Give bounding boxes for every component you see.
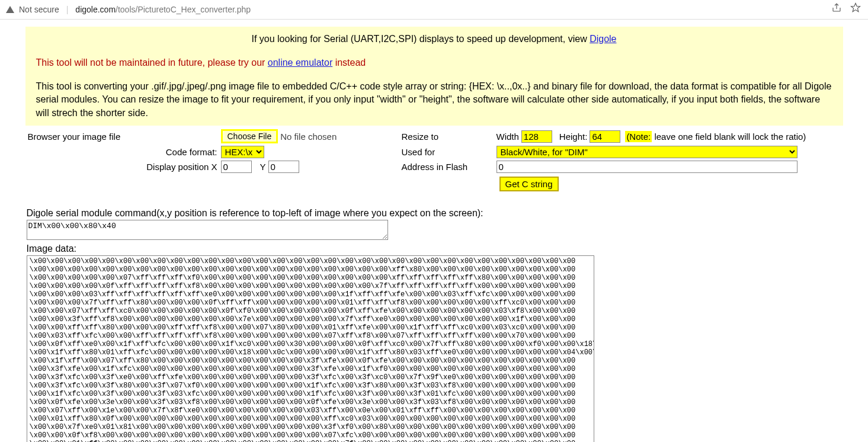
url-host: digole.com [75,5,116,14]
pos-x-input[interactable] [221,161,252,173]
cmd-label: Digole serial module command(x,y positio… [27,208,842,219]
note-rest: leave one field blank will lock the rati… [652,132,806,142]
pos-y-input[interactable] [268,161,299,173]
code-format-label: Code format: [28,147,221,157]
share-icon[interactable] [831,2,842,16]
digole-link[interactable]: Digole [590,34,616,44]
hex-wrap: G [27,255,594,442]
not-secure-label: Not secure [19,5,59,14]
tool-description: This tool is converting your .gif/.jpg/.… [36,80,832,120]
output-area: Digole serial module command(x,y positio… [25,208,843,442]
bookmark-star-icon[interactable] [850,2,861,16]
get-c-string-button[interactable]: Get C string [499,177,559,191]
note: (Note: leave one field blank will lock t… [625,132,806,142]
code-format-select[interactable]: HEX:\x [221,146,264,158]
deprecation-suffix: instead [332,57,366,68]
height-input[interactable] [590,130,620,143]
used-for-label: Used for [402,147,497,157]
url-path: /tools/PicturetoC_Hex_converter.php [116,5,251,14]
not-secure-icon [6,6,14,13]
banner-intro: If you looking for Serial (UART,I2C,SPI)… [36,34,832,44]
height-label: Height: [559,132,588,142]
form-area: Browser your image file Choose File No f… [25,128,843,191]
width-label: Width [497,132,519,142]
deprecation-prefix: This tool will not be maintained in futu… [36,57,268,68]
hex-textarea[interactable] [27,256,594,442]
svg-marker-0 [851,4,860,12]
note-prefix: (Note: [625,131,652,142]
online-emulator-link[interactable]: online emulator [268,57,332,68]
used-for-select[interactable]: Black/White, for "DIM" [497,146,797,158]
address-input[interactable] [497,161,797,173]
banner-intro-text: If you looking for Serial (UART,I2C,SPI)… [251,34,590,44]
banner: If you looking for Serial (UART,I2C,SPI)… [25,27,843,126]
choose-file-button[interactable]: Choose File [221,129,278,143]
divider: | [66,5,69,14]
no-file-chosen: No file chosen [280,132,337,142]
width-input[interactable] [521,130,552,143]
address-bar: Not secure | digole.com/tools/PicturetoC… [0,0,868,20]
data-label: Image data: [27,244,842,254]
address-label: Address in Flash [402,162,497,172]
deprecation-notice: This tool will not be maintained in futu… [36,57,832,68]
cmd-textarea[interactable] [27,220,388,240]
file-label: Browser your image file [28,132,221,142]
pos-y-label: Y [260,162,266,172]
display-position-label: Display position X [28,162,221,172]
url[interactable]: digole.com/tools/PicturetoC_Hex_converte… [75,5,251,14]
resize-label: Resize to [402,132,497,142]
